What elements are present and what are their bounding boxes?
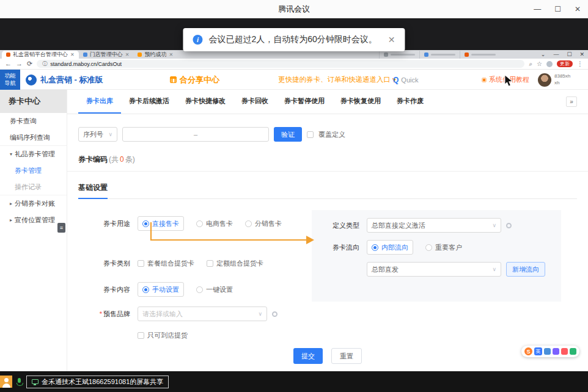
serial-range-input[interactable]: – <box>122 127 269 142</box>
category-option-package[interactable]: 套餐组合提货卡 <box>138 259 194 268</box>
store-only-option[interactable]: 只可到店提货 <box>138 331 188 340</box>
member-avatar-icon[interactable] <box>0 376 12 388</box>
chevron-down-icon: ∨ <box>492 266 496 272</box>
browser-minimize-icon[interactable]: — <box>553 51 559 57</box>
banner-close-icon[interactable]: ✕ <box>388 35 395 45</box>
browser-tab-active[interactable]: 礼盒营销平台管理中心 ✕ <box>2 51 79 59</box>
extension-icon[interactable] <box>553 348 559 355</box>
extension-icon[interactable] <box>561 348 568 355</box>
bookmark-star-icon[interactable]: ☆ <box>537 61 542 67</box>
basic-settings-form: 定义类型 总部直接定义激活 ∨ 券卡流向 <box>67 199 588 347</box>
help-icon[interactable] <box>272 311 277 317</box>
promo-link[interactable]: 更快捷的券卡、订单和快递通道入口 <box>278 70 396 90</box>
sidebar-collapse-handle[interactable]: ≡ <box>57 223 65 233</box>
tab-close-icon[interactable]: ✕ <box>70 52 75 57</box>
flow-option-internal[interactable]: 内部流向 <box>367 240 413 255</box>
usage-option-ecommerce[interactable]: 电商售卡 <box>196 219 233 228</box>
flow-target-select[interactable]: 总部直发 ∨ <box>367 262 501 277</box>
basic-settings-title: 基础设置 <box>78 183 108 199</box>
count-prefix: (共 <box>109 154 119 165</box>
browser-tab-partial[interactable] <box>419 51 460 59</box>
tab-search-icon[interactable]: ⌄ <box>541 51 546 57</box>
shared-screen-stage: i 会议已超过2人，自动转为60分钟限时会议。 ✕ 礼盒营销平台管理中心 ✕ 门… <box>0 18 588 371</box>
tab-card-outbound[interactable]: 券卡出库 <box>78 90 121 114</box>
tabs-overflow-button[interactable]: » <box>566 96 577 107</box>
back-icon[interactable]: ← <box>5 60 12 67</box>
translate-icon[interactable]: 英 <box>534 347 542 355</box>
maximize-icon[interactable]: ☐ <box>554 5 561 13</box>
search-icon[interactable]: ⌕ <box>529 61 532 67</box>
browser-update-button[interactable]: 更新 <box>557 60 573 68</box>
gift-icon <box>170 76 177 83</box>
define-type-select[interactable]: 总部直接定义激活 ∨ <box>367 218 501 233</box>
content-option-onekey[interactable]: 一键设置 <box>196 285 233 294</box>
override-checkbox[interactable] <box>307 131 314 138</box>
site-info-icon[interactable]: ⓘ <box>42 60 47 67</box>
tab-card-recycle[interactable]: 券卡回收 <box>233 90 276 114</box>
microphone-icon[interactable] <box>17 378 22 386</box>
submit-button[interactable]: 提交 <box>293 348 323 364</box>
help-icon[interactable] <box>506 223 512 228</box>
usage-option-direct[interactable]: 直接售卡 <box>138 216 184 231</box>
tab-card-resume[interactable]: 券卡恢复使用 <box>333 90 389 114</box>
tab-label: 券卡回收 <box>241 96 268 106</box>
browser-tab-partial[interactable] <box>460 51 500 59</box>
tab-close-icon[interactable]: ✕ <box>125 52 130 57</box>
tab-card-pause[interactable]: 券卡暂停使用 <box>276 90 333 114</box>
browser-menu-icon[interactable]: ⋮ <box>577 61 583 67</box>
sidebar-group-gift-card-mgmt[interactable]: ▾ 礼品券卡管理 <box>0 146 67 162</box>
radio-checked-icon <box>142 220 149 227</box>
chevron-down-icon: ▾ <box>10 151 12 157</box>
tab-card-activate[interactable]: 券卡后续激活 <box>121 90 177 114</box>
extension-icon[interactable] <box>570 348 576 355</box>
nav-toggle-button[interactable]: 功能 导航 <box>0 70 20 90</box>
tab-label: 券卡后续激活 <box>129 96 169 106</box>
tutorial-link[interactable]: 系统使用教程 <box>482 70 529 90</box>
browser-tab[interactable]: 门店管理中心 ✕ <box>79 51 134 59</box>
tab-card-quick-edit[interactable]: 券卡快捷修改 <box>177 90 233 114</box>
browser-maximize-icon[interactable]: ☐ <box>567 51 571 57</box>
forward-icon[interactable]: → <box>16 60 23 67</box>
browser-tab-partial[interactable] <box>379 51 419 59</box>
main-panel: 券卡出库 券卡后续激活 券卡快捷修改 券卡回收 券卡暂停使用 券卡恢复使用 券卡… <box>67 90 588 371</box>
reload-icon[interactable]: ⟳ <box>27 60 32 67</box>
tab-close-icon[interactable]: ✕ <box>169 52 173 57</box>
usage-option-distribution[interactable]: 分销售卡 <box>245 219 282 228</box>
add-flow-button[interactable]: 新增流向 <box>506 262 545 277</box>
screen-share-indicator: 金禾通技术王斌18662591081的屏幕共享 <box>26 376 169 388</box>
option-label: 一键设置 <box>206 285 233 294</box>
promo-text: 更快捷的券卡、订单和快递通道入口 <box>278 75 391 84</box>
verify-button[interactable]: 验证 <box>274 127 302 142</box>
browser-tab[interactable]: 预约成功 ✕ <box>133 51 177 59</box>
sidebar-item-operation-log[interactable]: 操作记录 <box>0 179 67 195</box>
user-menu[interactable]: 8385xh xh <box>538 70 570 90</box>
override-label: 覆盖定义 <box>318 130 345 139</box>
sidebar-item-card-mgmt[interactable]: 券卡管理 <box>0 162 67 179</box>
sidebar-group-promo-mgmt[interactable]: ▸ 宣传位置管理 <box>0 212 67 228</box>
chevron-down-icon: ∨ <box>492 222 496 228</box>
sidebar-group-distribution-recon[interactable]: ▸ 分销券卡对账 <box>0 195 67 212</box>
quick-search[interactable]: Q Quick <box>393 70 418 90</box>
reset-button[interactable]: 重置 <box>331 348 362 364</box>
serial-type-select[interactable]: 序列号 ∨ <box>78 127 117 142</box>
sidebar-item-code-serial-query[interactable]: 编码序列查询 <box>0 129 67 146</box>
tab-card-void[interactable]: 券卡作废 <box>389 90 432 114</box>
minimize-icon[interactable]: — <box>534 5 541 13</box>
category-option-fixed[interactable]: 定额组合提货卡 <box>207 259 263 268</box>
extension-logo-icon[interactable]: S <box>524 347 532 355</box>
browser-close-icon[interactable]: ✕ <box>579 51 584 57</box>
flow-option-vip[interactable]: 重要客户 <box>425 243 462 252</box>
url-field[interactable]: ⓘ standard.maboy.cn/CardsOut <box>37 60 524 68</box>
close-icon[interactable]: ✕ <box>575 5 581 13</box>
content-option-manual[interactable]: 手动设置 <box>138 282 184 297</box>
profile-icon[interactable] <box>546 61 553 67</box>
flow-settings-panel: 定义类型 总部直接定义激活 ∨ 券卡流向 <box>312 210 561 302</box>
browser-window: 礼盒营销平台管理中心 ✕ 门店管理中心 ✕ 预约成功 ✕ <box>0 50 588 371</box>
sidebar-item-card-query[interactable]: 券卡查询 <box>0 113 67 129</box>
share-center-link[interactable]: 合分享中心 <box>170 70 219 90</box>
brand-select[interactable]: 请选择或输入 ∨ <box>138 307 267 321</box>
extension-icon[interactable] <box>544 348 551 355</box>
tab-label: 券卡暂停使用 <box>284 96 325 106</box>
avatar <box>538 73 551 87</box>
select-value: 总部直接定义激活 <box>372 221 425 230</box>
